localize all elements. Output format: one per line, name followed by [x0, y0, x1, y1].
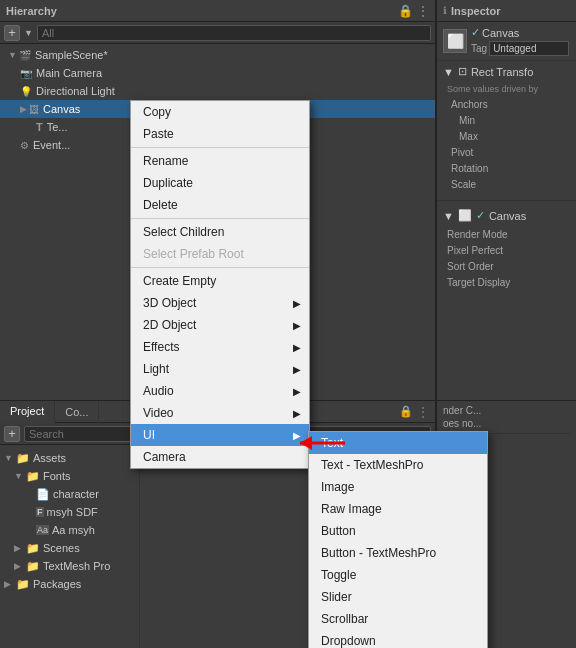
ctx-sep3 — [131, 267, 309, 268]
hierarchy-item-samplescene[interactable]: ▼ 🎬 SampleScene* — [0, 46, 435, 64]
submenu-arrow-3d: ▶ — [293, 298, 301, 309]
menu-icon2[interactable]: ⋮ — [417, 405, 429, 419]
scale-row: Scale — [443, 176, 570, 192]
ctx-select-prefab-root: Select Prefab Root — [131, 243, 309, 265]
scenes-expand: ▶ — [14, 543, 24, 553]
lock-icon[interactable]: 🔒 — [398, 4, 413, 18]
rotation-row: Rotation — [443, 160, 570, 176]
hierarchy-header-icons: 🔒 ⋮ — [398, 4, 429, 18]
eventsystem-icon: ⚙ — [20, 140, 29, 151]
add-button[interactable]: + — [4, 25, 20, 41]
submenu-button[interactable]: Button — [309, 520, 487, 542]
submenu-dropdown[interactable]: Dropdown — [309, 630, 487, 648]
ctx-create-empty[interactable]: Create Empty — [131, 270, 309, 292]
tag-input[interactable] — [489, 41, 569, 56]
canvas-comp-icon: ⬜ — [458, 209, 472, 222]
assets-expand: ▼ — [4, 453, 14, 463]
scene-icon: 🎬 — [19, 50, 31, 61]
tree-assets[interactable]: ▼ 📁 Assets — [0, 449, 139, 467]
project-add-button[interactable]: + — [4, 426, 20, 442]
submenu-raw-image[interactable]: Raw Image — [309, 498, 487, 520]
submenu-text[interactable]: Text — [309, 432, 487, 454]
divider1 — [437, 200, 576, 201]
ctx-select-children[interactable]: Select Children — [131, 221, 309, 243]
submenu-arrow-audio: ▶ — [293, 386, 301, 397]
canvas-comp-label: Canvas — [489, 210, 526, 222]
submenu-arrow-effects: ▶ — [293, 342, 301, 353]
camera-icon: 📷 — [20, 68, 32, 79]
anchors-max-row: Max — [443, 128, 570, 144]
ctx-copy[interactable]: Copy — [131, 101, 309, 123]
submenu-button-tmp[interactable]: Button - TextMeshPro — [309, 542, 487, 564]
context-menu: Copy Paste Rename Duplicate Delete Selec… — [130, 100, 310, 469]
tree-scenes[interactable]: ▶ 📁 Scenes — [0, 539, 139, 557]
info-icon: ℹ — [443, 5, 447, 16]
submenu-arrow-2d: ▶ — [293, 320, 301, 331]
submenu-image[interactable]: Image — [309, 476, 487, 498]
project-sidebar: ▼ 📁 Assets ▼ 📁 Fonts 📄 character F msyh … — [0, 445, 140, 648]
tree-msyh[interactable]: Aa Aa msyh — [0, 521, 139, 539]
render-channel-text: nder C... — [443, 405, 570, 416]
hierarchy-item-directionallight[interactable]: 💡 Directional Light — [0, 82, 435, 100]
ctx-video[interactable]: Video ▶ — [131, 402, 309, 424]
ctx-delete[interactable]: Delete — [131, 194, 309, 216]
light-icon: 💡 — [20, 86, 32, 97]
ctx-ui[interactable]: UI ▶ — [131, 424, 309, 446]
tree-packages[interactable]: ▶ 📁 Packages — [0, 575, 139, 593]
submenu-arrow-video: ▶ — [293, 408, 301, 419]
ctx-3dobject[interactable]: 3D Object ▶ — [131, 292, 309, 314]
pivot-row: Pivot — [443, 144, 570, 160]
inspector-top: ⬜ ✓ Canvas Tag — [437, 22, 576, 61]
pixel-perfect-row: Pixel Perfect — [443, 242, 570, 258]
ctx-duplicate[interactable]: Duplicate — [131, 172, 309, 194]
assets-folder-icon: 📁 — [16, 452, 30, 465]
character-icon: 📄 — [36, 488, 50, 501]
lock-icon2[interactable]: 🔒 — [399, 405, 413, 418]
channel-text: oes no... — [443, 418, 570, 429]
ctx-audio[interactable]: Audio ▶ — [131, 380, 309, 402]
tree-textmeshpro[interactable]: ▶ 📁 TextMesh Pro — [0, 557, 139, 575]
menu-icon[interactable]: ⋮ — [417, 4, 429, 18]
submenu-text-meshpro[interactable]: Text - TextMeshPro — [309, 454, 487, 476]
values-driven-text: Some values driven by — [443, 82, 570, 96]
console-tab[interactable]: Co... — [55, 401, 99, 423]
cube-shape: ⬜ — [447, 33, 464, 49]
tree-character[interactable]: 📄 character — [0, 485, 139, 503]
hierarchy-search[interactable] — [37, 25, 431, 41]
ctx-2dobject[interactable]: 2D Object ▶ — [131, 314, 309, 336]
hierarchy-item-maincamera[interactable]: 📷 Main Camera — [0, 64, 435, 82]
project-header-icons: 🔒 ⋮ — [399, 405, 435, 419]
tree-fonts[interactable]: ▼ 📁 Fonts — [0, 467, 139, 485]
tree-msyhsdf[interactable]: F msyh SDF — [0, 503, 139, 521]
fonts-expand: ▼ — [14, 471, 24, 481]
sort-order-row: Sort Order — [443, 258, 570, 274]
submenu-arrow-light: ▶ — [293, 364, 301, 375]
target-display-row: Target Display — [443, 274, 570, 290]
packages-folder-icon: 📁 — [16, 578, 30, 591]
inspector-header: ℹ Inspector — [437, 0, 576, 22]
inspector-canvas-info: ✓ Canvas Tag — [471, 26, 569, 56]
rect-transform-label: Rect Transfo — [471, 66, 533, 78]
submenu-scrollbar[interactable]: Scrollbar — [309, 608, 487, 630]
tmp-expand: ▶ — [14, 561, 24, 571]
tag-label: Tag — [471, 43, 487, 54]
msyhsdf-icon: F — [36, 507, 44, 517]
ctx-effects[interactable]: Effects ▶ — [131, 336, 309, 358]
ctx-paste[interactable]: Paste — [131, 123, 309, 145]
submenu-toggle[interactable]: Toggle — [309, 564, 487, 586]
submenu-slider[interactable]: Slider — [309, 586, 487, 608]
rect-expand-arrow: ▼ — [443, 66, 454, 78]
rect-transform-section: ▼ ⊡ Rect Transfo Some values driven by A… — [437, 61, 576, 196]
project-tab[interactable]: Project — [0, 401, 55, 423]
expand-arrow: ▼ — [8, 50, 17, 60]
anchors-row: Anchors — [443, 96, 570, 112]
hierarchy-toolbar: + ▼ — [0, 22, 435, 44]
ctx-light[interactable]: Light ▶ — [131, 358, 309, 380]
ui-submenu: Text Text - TextMeshPro Image Raw Image … — [308, 431, 488, 648]
scenes-folder-icon: 📁 — [26, 542, 40, 555]
ctx-camera[interactable]: Camera — [131, 446, 309, 468]
ctx-rename[interactable]: Rename — [131, 150, 309, 172]
canvas-comp-check[interactable]: ✓ — [476, 209, 485, 222]
active-checkbox[interactable]: ✓ — [471, 26, 480, 39]
canvas-comp-expand: ▼ — [443, 210, 454, 222]
